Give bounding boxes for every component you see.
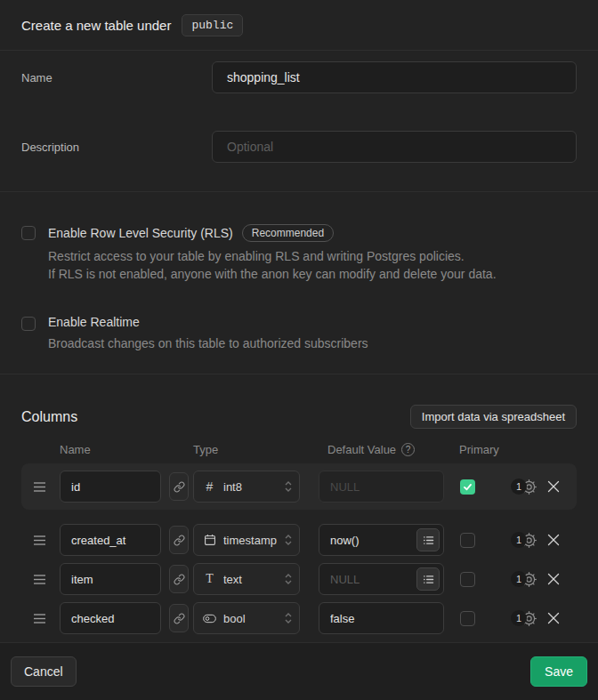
- column-rows: # int8 1: [21, 463, 577, 634]
- hash-icon: #: [203, 479, 216, 494]
- chevron-updown-icon: [284, 572, 293, 586]
- column-type-value: timestamptz: [223, 534, 277, 547]
- drag-handle-icon[interactable]: [33, 535, 47, 546]
- rls-content: Enable Row Level Security (RLS) Recommen…: [48, 224, 497, 283]
- description-field-row: Description: [21, 131, 577, 163]
- column-row-id-container: # int8 1: [21, 463, 577, 510]
- column-name-input[interactable]: [60, 602, 161, 634]
- table-options-section: Enable Row Level Security (RLS) Recommen…: [0, 192, 598, 374]
- column-type-select[interactable]: timestamptz: [193, 524, 300, 556]
- default-suggestions-list-icon[interactable]: [416, 567, 440, 591]
- column-header-default: Default Value ?: [327, 443, 415, 456]
- realtime-label: Enable Realtime: [48, 315, 140, 329]
- dialog-footer: Cancel Save: [0, 642, 598, 700]
- column-header-default-label: Default Value: [327, 443, 396, 456]
- column-default-wrap: [319, 563, 444, 595]
- columns-title: Columns: [21, 409, 77, 425]
- description-label: Description: [21, 131, 212, 154]
- name-field-row: Name: [21, 61, 577, 93]
- chevron-updown-icon: [284, 479, 293, 494]
- realtime-toggle-block: Enable Realtime Broadcast changes on thi…: [21, 315, 577, 352]
- delete-column-icon[interactable]: [547, 480, 560, 493]
- columns-header: Columns Import data via spreadsheet: [21, 405, 577, 429]
- column-default-input[interactable]: [319, 602, 444, 634]
- foreign-key-link-icon[interactable]: [169, 565, 189, 593]
- rls-label: Enable Row Level Security (RLS): [48, 226, 233, 240]
- column-type-select[interactable]: bool: [193, 602, 300, 634]
- column-row-created-at: timestamptz 1: [21, 524, 577, 556]
- delete-column-icon[interactable]: [547, 612, 560, 624]
- foreign-key-link-icon[interactable]: [169, 472, 189, 501]
- settings-count-badge: 1: [511, 571, 527, 587]
- settings-count-badge: 1: [511, 479, 527, 495]
- column-default-wrap: [319, 524, 444, 556]
- primary-key-checkbox[interactable]: [460, 611, 475, 626]
- text-icon: T: [203, 572, 216, 586]
- rls-description-line2: If RLS is not enabled, anyone with the a…: [48, 265, 497, 283]
- default-suggestions-list-icon[interactable]: [416, 528, 440, 551]
- drag-handle-icon[interactable]: [33, 574, 47, 585]
- delete-column-icon[interactable]: [547, 573, 560, 585]
- import-spreadsheet-button[interactable]: Import data via spreadsheet: [410, 405, 577, 429]
- column-row-id: # int8 1: [21, 471, 577, 503]
- table-details-section: Name Description: [0, 51, 598, 192]
- column-header-name: Name: [60, 443, 91, 456]
- save-button[interactable]: Save: [530, 656, 587, 687]
- drag-handle-icon[interactable]: [33, 481, 47, 493]
- rls-toggle-block: Enable Row Level Security (RLS) Recommen…: [21, 224, 577, 283]
- name-label: Name: [21, 61, 212, 84]
- column-settings-group: 1: [511, 479, 560, 495]
- column-type-select[interactable]: # int8: [193, 471, 300, 503]
- create-table-dialog: Create a new table under public Name Des…: [0, 0, 598, 700]
- foreign-key-link-icon[interactable]: [169, 526, 189, 554]
- chevron-updown-icon: [284, 533, 293, 547]
- rls-checkbox[interactable]: [21, 226, 36, 240]
- cancel-button[interactable]: Cancel: [11, 656, 77, 687]
- rls-head: Enable Row Level Security (RLS) Recommen…: [48, 224, 497, 242]
- column-default-input: [319, 471, 444, 503]
- column-name-input[interactable]: [60, 563, 161, 595]
- column-name-input[interactable]: [60, 524, 161, 556]
- dialog-header: Create a new table under public: [0, 0, 598, 51]
- delete-column-icon[interactable]: [547, 534, 560, 546]
- settings-count-badge: 1: [511, 532, 527, 548]
- check-icon: [463, 482, 473, 492]
- column-header-primary: Primary: [459, 443, 499, 456]
- column-settings-group: 1: [511, 532, 560, 549]
- foreign-key-link-icon[interactable]: [169, 604, 189, 632]
- chevron-updown-icon: [284, 611, 293, 625]
- realtime-checkbox[interactable]: [21, 317, 36, 331]
- settings-count-badge: 1: [511, 610, 527, 626]
- columns-section: Columns Import data via spreadsheet Name…: [0, 374, 598, 642]
- table-description-input[interactable]: [212, 131, 577, 163]
- drag-handle-icon[interactable]: [33, 613, 47, 624]
- column-header-type: Type: [193, 443, 218, 456]
- realtime-head: Enable Realtime: [48, 315, 368, 329]
- rls-description-line1: Restrict access to your table by enablin…: [48, 247, 497, 265]
- column-settings-group: 1: [511, 571, 560, 588]
- schema-badge: public: [182, 14, 243, 36]
- column-name-input[interactable]: [60, 471, 161, 503]
- column-type-value: bool: [223, 612, 277, 625]
- recommended-badge: Recommended: [242, 224, 334, 242]
- table-name-input[interactable]: [212, 61, 577, 93]
- column-default-wrap: [319, 471, 444, 503]
- primary-key-checkbox[interactable]: [460, 479, 475, 495]
- help-icon[interactable]: ?: [401, 443, 415, 456]
- toggle-icon: [203, 614, 216, 624]
- column-row-checked: bool 1: [21, 602, 577, 634]
- realtime-content: Enable Realtime Broadcast changes on thi…: [48, 315, 368, 352]
- column-type-select[interactable]: T text: [193, 563, 300, 595]
- column-row-item: T text 1: [21, 563, 577, 595]
- primary-key-checkbox[interactable]: [460, 572, 475, 587]
- column-settings-group: 1: [511, 610, 560, 627]
- column-default-wrap: [319, 602, 444, 634]
- realtime-description: Broadcast changes on this table to autho…: [48, 334, 368, 352]
- column-type-value: int8: [223, 480, 277, 494]
- primary-key-checkbox[interactable]: [460, 533, 475, 548]
- column-type-value: text: [223, 573, 277, 586]
- columns-table-headers: Name Type Default Value ? Primary: [21, 443, 577, 455]
- calendar-icon: [203, 534, 216, 546]
- rls-description: Restrict access to your table by enablin…: [48, 247, 497, 283]
- dialog-title: Create a new table under: [21, 18, 171, 33]
